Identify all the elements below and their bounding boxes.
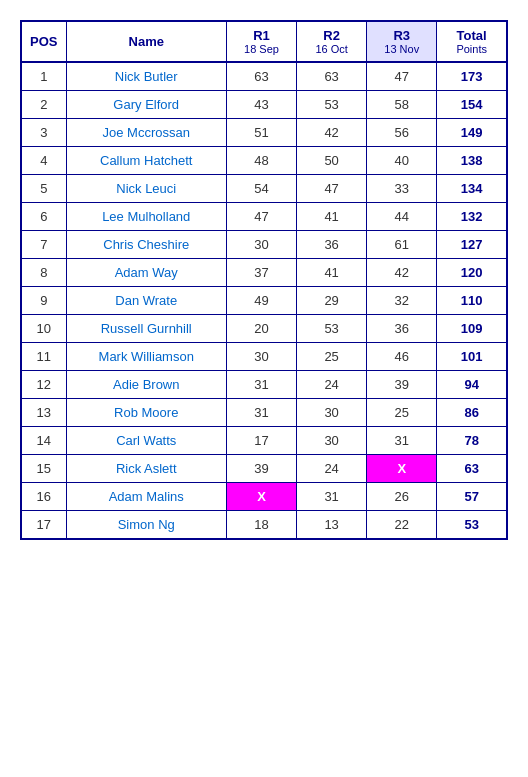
cell-pos: 1 (21, 62, 66, 91)
cell-name: Joe Mccrossan (66, 119, 226, 147)
cell-total: 109 (437, 315, 507, 343)
cell-r3: 25 (367, 399, 437, 427)
cell-total: 120 (437, 259, 507, 287)
cell-name: Nick Butler (66, 62, 226, 91)
cell-r1: 31 (226, 371, 296, 399)
cell-pos: 17 (21, 511, 66, 540)
cell-name: Gary Elford (66, 91, 226, 119)
cell-name: Dan Wrate (66, 287, 226, 315)
cell-r3: 44 (367, 203, 437, 231)
cell-pos: 8 (21, 259, 66, 287)
cell-r2: 53 (297, 315, 367, 343)
cell-pos: 15 (21, 455, 66, 483)
header-total: Total Points (437, 21, 507, 62)
table-row: 16Adam MalinsX312657 (21, 483, 507, 511)
table-row: 15Rick Aslett3924X63 (21, 455, 507, 483)
table-row: 14Carl Watts17303178 (21, 427, 507, 455)
cell-total: 127 (437, 231, 507, 259)
cell-name: Rick Aslett (66, 455, 226, 483)
cell-r1: 37 (226, 259, 296, 287)
cell-pos: 12 (21, 371, 66, 399)
cell-total: 149 (437, 119, 507, 147)
cell-r2: 30 (297, 399, 367, 427)
cell-total: 110 (437, 287, 507, 315)
cell-r2: 41 (297, 203, 367, 231)
cell-total: 63 (437, 455, 507, 483)
cell-r2: 36 (297, 231, 367, 259)
cell-r1: 43 (226, 91, 296, 119)
table-row: 3Joe Mccrossan514256149 (21, 119, 507, 147)
scores-table-container: POS Name R1 18 Sep R2 16 Oct R3 13 Nov (20, 20, 508, 540)
table-row: 13Rob Moore31302586 (21, 399, 507, 427)
table-row: 4Callum Hatchett485040138 (21, 147, 507, 175)
cell-pos: 3 (21, 119, 66, 147)
cell-r2: 42 (297, 119, 367, 147)
cell-r1: 20 (226, 315, 296, 343)
cell-r1: 49 (226, 287, 296, 315)
cell-r1: 30 (226, 343, 296, 371)
cell-r2: 30 (297, 427, 367, 455)
cell-r1: 63 (226, 62, 296, 91)
cell-pos: 13 (21, 399, 66, 427)
table-row: 7Chris Cheshire303661127 (21, 231, 507, 259)
cell-name: Adam Malins (66, 483, 226, 511)
cell-r3: X (367, 455, 437, 483)
cell-total: 173 (437, 62, 507, 91)
cell-r3: 61 (367, 231, 437, 259)
cell-r3: 32 (367, 287, 437, 315)
cell-r2: 13 (297, 511, 367, 540)
cell-r1: 18 (226, 511, 296, 540)
scores-table: POS Name R1 18 Sep R2 16 Oct R3 13 Nov (20, 20, 508, 540)
table-row: 9Dan Wrate492932110 (21, 287, 507, 315)
cell-pos: 5 (21, 175, 66, 203)
cell-pos: 2 (21, 91, 66, 119)
cell-total: 101 (437, 343, 507, 371)
cell-r1: 54 (226, 175, 296, 203)
cell-r3: 39 (367, 371, 437, 399)
cell-total: 154 (437, 91, 507, 119)
cell-name: Callum Hatchett (66, 147, 226, 175)
cell-total: 132 (437, 203, 507, 231)
table-row: 11Mark Williamson302546101 (21, 343, 507, 371)
cell-r3: 47 (367, 62, 437, 91)
header-r1: R1 18 Sep (226, 21, 296, 62)
cell-r1: 31 (226, 399, 296, 427)
header-name: Name (66, 21, 226, 62)
cell-name: Simon Ng (66, 511, 226, 540)
cell-r2: 31 (297, 483, 367, 511)
cell-name: Carl Watts (66, 427, 226, 455)
table-row: 17Simon Ng18132253 (21, 511, 507, 540)
cell-name: Chris Cheshire (66, 231, 226, 259)
cell-r3: 56 (367, 119, 437, 147)
cell-r2: 24 (297, 455, 367, 483)
cell-pos: 9 (21, 287, 66, 315)
cell-r3: 36 (367, 315, 437, 343)
cell-r2: 47 (297, 175, 367, 203)
cell-r1: 51 (226, 119, 296, 147)
cell-name: Mark Williamson (66, 343, 226, 371)
table-row: 12Adie Brown31243994 (21, 371, 507, 399)
cell-r1: 47 (226, 203, 296, 231)
cell-name: Adie Brown (66, 371, 226, 399)
cell-r1: 30 (226, 231, 296, 259)
header-r3: R3 13 Nov (367, 21, 437, 62)
cell-r2: 29 (297, 287, 367, 315)
cell-r3: 26 (367, 483, 437, 511)
header-r2: R2 16 Oct (297, 21, 367, 62)
header-pos: POS (21, 21, 66, 62)
cell-name: Rob Moore (66, 399, 226, 427)
cell-total: 138 (437, 147, 507, 175)
cell-r2: 50 (297, 147, 367, 175)
cell-r3: 46 (367, 343, 437, 371)
cell-r3: 58 (367, 91, 437, 119)
cell-r1: 39 (226, 455, 296, 483)
cell-name: Lee Mulholland (66, 203, 226, 231)
cell-total: 94 (437, 371, 507, 399)
cell-r3: 42 (367, 259, 437, 287)
cell-r1: 17 (226, 427, 296, 455)
cell-total: 57 (437, 483, 507, 511)
cell-r2: 41 (297, 259, 367, 287)
cell-r2: 53 (297, 91, 367, 119)
cell-r3: 40 (367, 147, 437, 175)
cell-pos: 4 (21, 147, 66, 175)
